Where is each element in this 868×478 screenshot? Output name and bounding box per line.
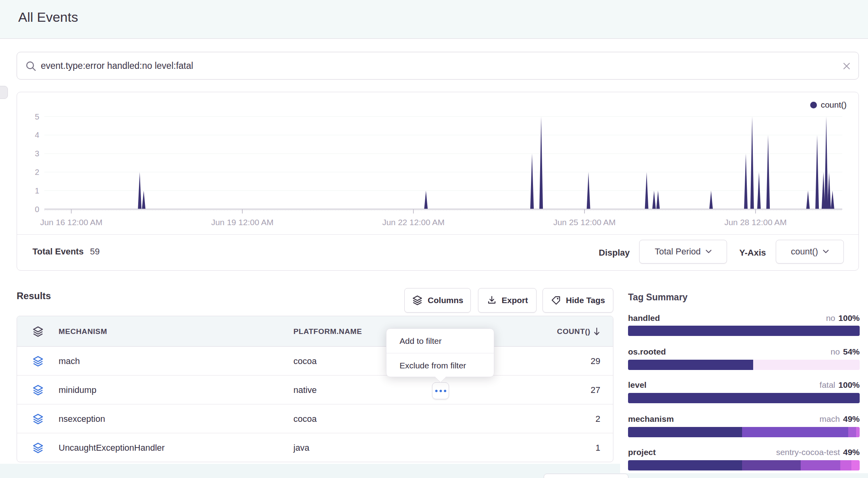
tag-bar-segment[interactable]: [742, 460, 801, 470]
events-chart: 012345Jun 16 12:00 AMJun 19 12:00 AMJun …: [17, 92, 858, 234]
tag-top-value: no: [831, 347, 840, 356]
table-row[interactable]: minidump native 27: [17, 376, 613, 404]
sort-desc-icon: [594, 327, 600, 336]
cell-count: 27: [591, 376, 600, 404]
tag-name: project: [628, 448, 656, 457]
display-dropdown-value: Total Period: [655, 247, 700, 257]
tag-bar-handled[interactable]: [628, 326, 860, 336]
column-header-mechanism[interactable]: MECHANISM: [59, 316, 107, 347]
pagination-button[interactable]: [544, 474, 628, 478]
tag-top-value: fatal: [820, 380, 836, 389]
table-header: MECHANISM PLATFORM.NAME COUNT(): [17, 316, 613, 347]
stack-icon[interactable]: [32, 326, 44, 338]
svg-text:4: 4: [35, 131, 39, 139]
tag-row-os-rooted: os.rooted no54%: [628, 346, 860, 357]
tag-bar-mechanism[interactable]: [628, 427, 860, 437]
chevron-down-icon: [823, 250, 829, 254]
stack-icon[interactable]: [32, 413, 44, 425]
hide-tags-button-label: Hide Tags: [566, 296, 605, 305]
page-header-band: All Events: [0, 0, 868, 39]
clear-search-icon[interactable]: [841, 60, 853, 72]
total-events: Total Events 59: [32, 247, 100, 257]
display-dropdown[interactable]: Total Period: [639, 240, 727, 264]
columns-button[interactable]: Columns: [404, 288, 471, 313]
tag-top-value: no: [826, 313, 835, 322]
svg-text:Jun 22 12:00 AM: Jun 22 12:00 AM: [382, 218, 445, 227]
tag-bar-segment[interactable]: [628, 427, 742, 437]
search-input[interactable]: event.type:error handled:no level:fatal: [41, 61, 193, 71]
svg-text:Jun 25 12:00 AM: Jun 25 12:00 AM: [553, 218, 616, 227]
tag-bar-segment[interactable]: [628, 360, 753, 370]
svg-text:3: 3: [35, 149, 39, 158]
tag-top-percent: 49%: [843, 448, 860, 457]
cell-count: 1: [596, 433, 600, 462]
chevron-down-icon: [706, 250, 712, 254]
cell-actions-button[interactable]: [432, 382, 449, 399]
cell-action-menu: Add to filter Exclude from filter: [386, 328, 494, 377]
cell-count: 2: [596, 404, 600, 433]
ellipsis-icon: [440, 390, 442, 392]
tag-bar-segment[interactable]: [753, 360, 860, 370]
svg-text:Jun 16 12:00 AM: Jun 16 12:00 AM: [40, 218, 103, 227]
total-events-value: 59: [90, 247, 99, 257]
table-row[interactable]: mach cocoa 29: [17, 347, 613, 376]
svg-text:0: 0: [35, 205, 39, 214]
svg-text:Jun 28 12:00 AM: Jun 28 12:00 AM: [724, 218, 787, 227]
display-label: Display: [599, 248, 630, 258]
ellipsis-icon: [435, 390, 438, 392]
cell-platform: java: [293, 433, 309, 462]
tag-bar-segment[interactable]: [848, 427, 856, 437]
hide-tags-button[interactable]: Hide Tags: [542, 288, 613, 313]
tag-bar-segment[interactable]: [628, 326, 860, 336]
tag-name: os.rooted: [628, 347, 666, 357]
stack-icon[interactable]: [32, 384, 44, 396]
tag-bar-segment[interactable]: [856, 427, 860, 437]
tag-top-percent: 100%: [838, 380, 860, 389]
yaxis-label: Y-Axis: [739, 248, 766, 258]
tag-bar-segment[interactable]: [851, 460, 860, 470]
cell-mechanism: UncaughtExceptionHandler: [59, 433, 165, 462]
tag-bar-level[interactable]: [628, 393, 860, 403]
stack-icon[interactable]: [32, 355, 44, 367]
cell-mechanism: nsexception: [59, 404, 105, 433]
tag-top-percent: 54%: [843, 347, 860, 356]
cell-mechanism: minidump: [59, 376, 96, 404]
tag-top-value: mach: [820, 414, 840, 423]
tag-bar-segment[interactable]: [742, 427, 848, 437]
discover-all-events-page: All Events event.type:error handled:no l…: [0, 0, 868, 478]
tag-bar-segment[interactable]: [840, 460, 851, 470]
column-header-count[interactable]: COUNT(): [557, 316, 600, 347]
svg-text:Jun 19 12:00 AM: Jun 19 12:00 AM: [211, 218, 274, 227]
svg-text:2: 2: [35, 168, 39, 176]
tag-bar-segment[interactable]: [628, 460, 742, 470]
columns-button-label: Columns: [428, 296, 463, 305]
tag-bar-os-rooted[interactable]: [628, 360, 860, 370]
total-events-label: Total Events: [32, 247, 84, 257]
cell-platform: cocoa: [293, 404, 317, 433]
tag-row-project: project sentry-cocoa-test49%: [628, 447, 860, 457]
svg-text:1: 1: [35, 186, 39, 195]
tag-row-level: level fatal100%: [628, 379, 860, 390]
results-heading: Results: [17, 290, 51, 302]
menu-item-add-to-filter[interactable]: Add to filter: [386, 329, 494, 353]
stack-icon[interactable]: [32, 442, 44, 454]
tag-top-value: sentry-cocoa-test: [776, 448, 840, 457]
tag-top-percent: 49%: [843, 414, 860, 423]
export-button[interactable]: Export: [478, 288, 537, 313]
tag-bar-project[interactable]: [628, 460, 860, 470]
table-row[interactable]: nsexception cocoa 2: [17, 404, 613, 433]
tag-bar-segment[interactable]: [801, 460, 840, 470]
table-row[interactable]: UncaughtExceptionHandler java 1: [17, 433, 613, 462]
search-bar[interactable]: event.type:error handled:no level:fatal: [17, 52, 859, 80]
tag-bar-segment[interactable]: [628, 393, 860, 403]
cell-platform: cocoa: [293, 347, 317, 376]
tag-row-mechanism: mechanism mach49%: [628, 414, 860, 424]
cell-count: 29: [591, 347, 600, 376]
yaxis-dropdown[interactable]: count(): [776, 240, 844, 264]
tag-row-handled: handled no100%: [628, 313, 860, 323]
column-header-platform-name[interactable]: PLATFORM.NAME: [293, 316, 362, 347]
drawer-handle[interactable]: [0, 86, 8, 99]
tag-top-percent: 100%: [838, 313, 860, 322]
tag-summary-panel: Tag Summary handled no100% os.rooted no5…: [628, 277, 860, 478]
stack-icon: [412, 295, 423, 306]
